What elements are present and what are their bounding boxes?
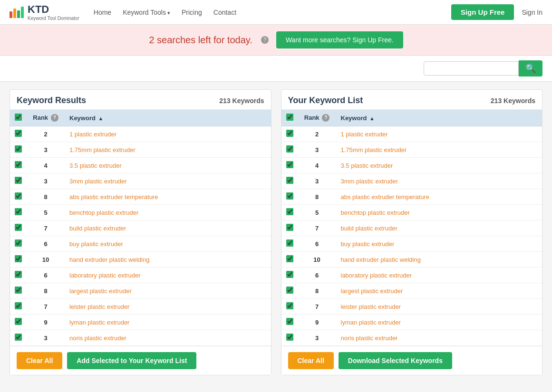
- row-checkbox[interactable]: [15, 318, 22, 325]
- keyword-cell[interactable]: noris plastic extruder: [65, 330, 271, 346]
- nav-pricing[interactable]: Pricing: [182, 9, 202, 16]
- rank-cell: 2: [27, 126, 65, 142]
- keyword-cell[interactable]: 3.5 plastic extruder: [336, 158, 542, 173]
- keyword-cell[interactable]: build plastic extruder: [65, 220, 271, 236]
- row-checkbox[interactable]: [286, 130, 293, 137]
- left-keyword-table: Rank ? Keyword ▲ 21 plastic extruder31.7…: [10, 110, 271, 346]
- rank-cell: 6: [298, 236, 336, 252]
- search-button[interactable]: 🔍: [519, 60, 542, 76]
- row-checkbox[interactable]: [15, 287, 22, 294]
- row-checkbox[interactable]: [15, 145, 22, 153]
- keyword-cell[interactable]: buy plastic extruder: [336, 236, 542, 252]
- row-checkbox[interactable]: [286, 161, 293, 168]
- nav-home[interactable]: Home: [94, 9, 111, 16]
- row-checkbox[interactable]: [15, 334, 22, 341]
- row-checkbox[interactable]: [15, 255, 22, 262]
- nav-contact[interactable]: Contact: [213, 9, 236, 16]
- table-row: 7leister plastic extruder: [10, 299, 271, 315]
- keyword-cell[interactable]: benchtop plastic extruder: [65, 205, 271, 220]
- row-checkbox[interactable]: [286, 208, 293, 215]
- keyword-cell[interactable]: 1.75mm plastic extruder: [65, 142, 271, 158]
- download-button[interactable]: Download Selected Keywords: [339, 352, 452, 369]
- signup-button[interactable]: Sign Up Free: [451, 4, 514, 20]
- keyword-cell[interactable]: leister plastic extruder: [65, 299, 271, 315]
- keyword-cell[interactable]: hand extruder plastic welding: [65, 252, 271, 268]
- left-clear-all-button[interactable]: Clear All: [17, 352, 62, 369]
- rank-cell: 10: [298, 252, 336, 268]
- row-checkbox[interactable]: [286, 224, 293, 231]
- keyword-cell[interactable]: abs plastic extruder temperature: [65, 189, 271, 205]
- rank-help-icon[interactable]: ?: [51, 114, 58, 122]
- rank-cell: 8: [298, 283, 336, 299]
- keyword-cell[interactable]: largest plastic extruder: [65, 283, 271, 299]
- row-checkbox[interactable]: [15, 161, 22, 168]
- row-checkbox[interactable]: [286, 302, 293, 309]
- keyword-cell[interactable]: abs plastic extruder temperature: [336, 189, 542, 205]
- table-row: 5benchtop plastic extruder: [281, 205, 542, 220]
- table-row: 8largest plastic extruder: [10, 283, 271, 299]
- keyword-cell[interactable]: noris plastic extruder: [336, 330, 542, 346]
- row-checkbox[interactable]: [286, 318, 293, 325]
- row-checkbox[interactable]: [15, 224, 22, 231]
- brand-subtitle: Keyword Tool Dominator: [28, 16, 79, 21]
- keyword-cell[interactable]: lyman plastic extruder: [65, 315, 271, 330]
- table-row: 9lyman plastic extruder: [281, 315, 542, 330]
- row-checkbox[interactable]: [15, 239, 22, 247]
- row-checkbox[interactable]: [15, 208, 22, 215]
- row-checkbox[interactable]: [286, 177, 293, 184]
- left-table-body: 21 plastic extruder31.75mm plastic extru…: [10, 126, 271, 346]
- right-rank-header[interactable]: Rank ?: [298, 110, 336, 126]
- rank-cell: 3: [298, 173, 336, 189]
- row-checkbox[interactable]: [286, 271, 293, 278]
- row-checkbox[interactable]: [15, 192, 22, 200]
- right-keyword-header[interactable]: Keyword ▲: [336, 110, 542, 126]
- signin-link[interactable]: Sign In: [522, 9, 542, 16]
- keyword-cell[interactable]: benchtop plastic extruder: [336, 205, 542, 220]
- left-select-all-checkbox[interactable]: [15, 114, 22, 121]
- right-table-scroll[interactable]: Rank ? Keyword ▲ 21 plastic extruder31.7…: [281, 110, 542, 346]
- keyword-cell[interactable]: hand extruder plastic welding: [336, 252, 542, 268]
- right-select-all-checkbox[interactable]: [286, 114, 293, 121]
- keyword-cell[interactable]: 1 plastic extruder: [65, 126, 271, 142]
- right-panel-header: Your Keyword List 213 Keywords: [281, 90, 542, 110]
- searches-help-icon[interactable]: ?: [261, 36, 269, 44]
- table-row: 7leister plastic extruder: [281, 299, 542, 315]
- keyword-cell[interactable]: laboratory plastic extruder: [336, 268, 542, 283]
- right-clear-all-button[interactable]: Clear All: [288, 352, 334, 369]
- keyword-cell[interactable]: lyman plastic extruder: [336, 315, 542, 330]
- more-searches-button[interactable]: Want more searches? Sign Up Free.: [276, 31, 403, 48]
- row-checkbox[interactable]: [15, 177, 22, 184]
- nav-keyword-tools[interactable]: Keyword Tools: [123, 9, 170, 16]
- search-input[interactable]: [424, 61, 519, 76]
- add-selected-button[interactable]: Add Selected to Your Keyword List: [67, 352, 196, 369]
- row-checkbox[interactable]: [286, 255, 293, 262]
- row-checkbox[interactable]: [286, 145, 293, 153]
- row-checkbox[interactable]: [15, 271, 22, 278]
- row-checkbox[interactable]: [15, 130, 22, 137]
- right-rank-help-icon[interactable]: ?: [322, 114, 329, 122]
- left-table-scroll[interactable]: Rank ? Keyword ▲ 21 plastic extruder31.7…: [10, 110, 271, 346]
- keyword-cell[interactable]: 1 plastic extruder: [336, 126, 542, 142]
- keyword-cell[interactable]: 3.5 plastic extruder: [65, 158, 271, 173]
- left-keyword-header[interactable]: Keyword ▲: [65, 110, 271, 126]
- rank-cell: 3: [298, 142, 336, 158]
- row-checkbox[interactable]: [286, 239, 293, 247]
- table-row: 21 plastic extruder: [10, 126, 271, 142]
- row-checkbox[interactable]: [286, 287, 293, 294]
- keyword-cell[interactable]: 1.75mm plastic extruder: [336, 142, 542, 158]
- table-row: 33mm plastic extruder: [10, 173, 271, 189]
- table-row: 8largest plastic extruder: [281, 283, 542, 299]
- keyword-cell[interactable]: buy plastic extruder: [65, 236, 271, 252]
- row-checkbox[interactable]: [286, 334, 293, 341]
- keyword-cell[interactable]: leister plastic extruder: [336, 299, 542, 315]
- table-row: 21 plastic extruder: [281, 126, 542, 142]
- row-checkbox[interactable]: [286, 192, 293, 200]
- row-checkbox[interactable]: [15, 302, 22, 309]
- keyword-cell[interactable]: largest plastic extruder: [336, 283, 542, 299]
- keyword-cell[interactable]: build plastic extruder: [336, 220, 542, 236]
- rank-cell: 5: [298, 205, 336, 220]
- keyword-cell[interactable]: laboratory plastic extruder: [65, 268, 271, 283]
- keyword-cell[interactable]: 3mm plastic extruder: [65, 173, 271, 189]
- keyword-cell[interactable]: 3mm plastic extruder: [336, 173, 542, 189]
- left-rank-header[interactable]: Rank ?: [27, 110, 65, 126]
